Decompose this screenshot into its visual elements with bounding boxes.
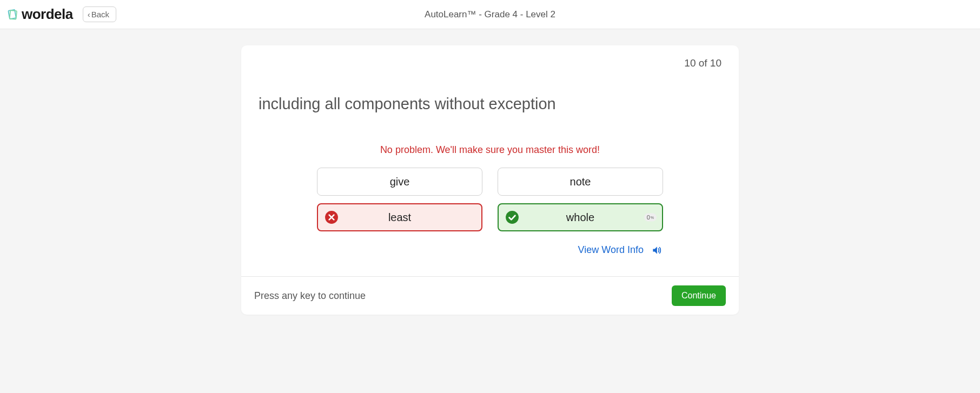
x-circle-icon bbox=[325, 210, 339, 224]
mastery-badge: 0% bbox=[644, 214, 657, 222]
option-label: give bbox=[390, 176, 410, 188]
page-title: AutoLearn™ - Grade 4 - Level 2 bbox=[425, 9, 555, 20]
check-circle-icon bbox=[505, 210, 519, 224]
option-label: note bbox=[570, 176, 591, 188]
back-label: Back bbox=[91, 10, 109, 19]
svg-point-3 bbox=[506, 211, 519, 224]
progress-counter: 10 of 10 bbox=[259, 57, 721, 69]
percent-sign: % bbox=[651, 216, 654, 219]
speaker-icon[interactable] bbox=[651, 245, 662, 256]
feedback-message: No problem. We'll make sure you master t… bbox=[259, 144, 721, 156]
word-info-row: View Word Info bbox=[317, 244, 663, 256]
logo-text: wordela bbox=[22, 6, 73, 23]
book-icon bbox=[6, 9, 18, 21]
back-button[interactable]: ‹ Back bbox=[83, 6, 116, 22]
option-whole[interactable]: whole 0% bbox=[498, 203, 663, 231]
option-label: least bbox=[388, 211, 411, 224]
card-footer: Press any key to continue Continue bbox=[241, 276, 739, 315]
definition-prompt: including all components without excepti… bbox=[259, 95, 721, 113]
mastery-value: 0 bbox=[647, 215, 650, 221]
main-area: 10 of 10 including all components withou… bbox=[0, 29, 980, 315]
continue-hint: Press any key to continue bbox=[254, 290, 366, 302]
answer-options: give note least bbox=[317, 168, 663, 231]
view-word-info-link[interactable]: View Word Info bbox=[578, 244, 644, 256]
card-body: 10 of 10 including all components withou… bbox=[241, 45, 739, 276]
option-least[interactable]: least bbox=[317, 203, 482, 231]
option-give[interactable]: give bbox=[317, 168, 482, 196]
chevron-left-icon: ‹ bbox=[88, 10, 90, 18]
option-note[interactable]: note bbox=[498, 168, 663, 196]
quiz-card: 10 of 10 including all components withou… bbox=[241, 45, 739, 315]
continue-button[interactable]: Continue bbox=[672, 285, 726, 306]
logo[interactable]: wordela bbox=[6, 6, 73, 23]
option-label: whole bbox=[566, 211, 594, 224]
app-header: wordela ‹ Back AutoLearn™ - Grade 4 - Le… bbox=[0, 0, 980, 29]
